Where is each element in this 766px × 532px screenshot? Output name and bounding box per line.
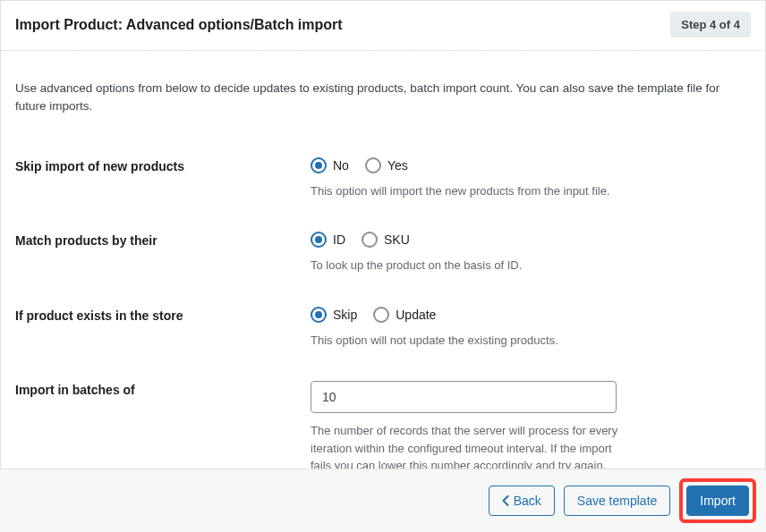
- radio-match-sku[interactable]: SKU: [362, 232, 410, 248]
- help-match-by: To look up the product on the basis of I…: [311, 257, 751, 274]
- label-skip-new: Skip import of new products: [15, 157, 311, 173]
- batch-size-input[interactable]: [311, 381, 617, 413]
- radio-icon: [365, 157, 381, 173]
- row-match-by: Match products by their ID SKU To look u…: [15, 232, 751, 274]
- row-if-exists: If product exists in the store Skip Upda…: [15, 307, 751, 350]
- row-skip-new-products: Skip import of new products No Yes This …: [15, 157, 751, 200]
- radio-match-id[interactable]: ID: [311, 232, 345, 248]
- radio-label: Skip: [333, 308, 357, 322]
- footer: Back Save template Import: [0, 469, 766, 532]
- page-title: Import Product: Advanced options/Batch i…: [15, 17, 343, 33]
- radio-label: Update: [396, 308, 436, 322]
- intro-text: Use advanced options from below to decid…: [15, 80, 751, 116]
- save-template-label: Save template: [577, 493, 658, 509]
- label-if-exists: If product exists in the store: [15, 307, 311, 323]
- radio-label: Yes: [387, 158, 408, 173]
- import-highlight: Import: [679, 478, 756, 523]
- import-button[interactable]: Import: [686, 486, 749, 516]
- body: Use advanced options from below to decid…: [1, 51, 765, 528]
- label-batches: Import in batches of: [15, 381, 311, 397]
- back-button-label: Back: [514, 493, 541, 509]
- radio-skip-new-no[interactable]: No: [311, 157, 349, 173]
- radio-icon: [311, 157, 327, 173]
- control-match-by: ID SKU To look up the product on the bas…: [311, 232, 751, 274]
- control-if-exists: Skip Update This option will not update …: [311, 307, 751, 350]
- control-skip-new: No Yes This option will import the new p…: [311, 157, 751, 200]
- radio-label: ID: [333, 232, 345, 247]
- radio-exists-skip[interactable]: Skip: [311, 307, 357, 323]
- header: Import Product: Advanced options/Batch i…: [1, 1, 765, 51]
- help-if-exists: This option will not update the existing…: [311, 332, 751, 350]
- save-template-button[interactable]: Save template: [564, 486, 671, 516]
- radio-exists-update[interactable]: Update: [373, 307, 436, 323]
- radio-icon: [373, 307, 389, 323]
- radio-icon: [311, 232, 327, 248]
- radio-icon: [311, 307, 327, 323]
- radio-skip-new-yes[interactable]: Yes: [365, 157, 408, 173]
- radio-label: SKU: [384, 232, 410, 247]
- label-match-by: Match products by their: [15, 232, 311, 248]
- back-button[interactable]: Back: [489, 486, 555, 516]
- help-skip-new: This option will import the new products…: [311, 182, 751, 200]
- radio-label: No: [333, 158, 349, 173]
- chevron-left-icon: [502, 495, 509, 506]
- import-button-label: Import: [700, 493, 736, 509]
- step-badge: Step 4 of 4: [670, 12, 751, 38]
- radio-icon: [362, 232, 378, 248]
